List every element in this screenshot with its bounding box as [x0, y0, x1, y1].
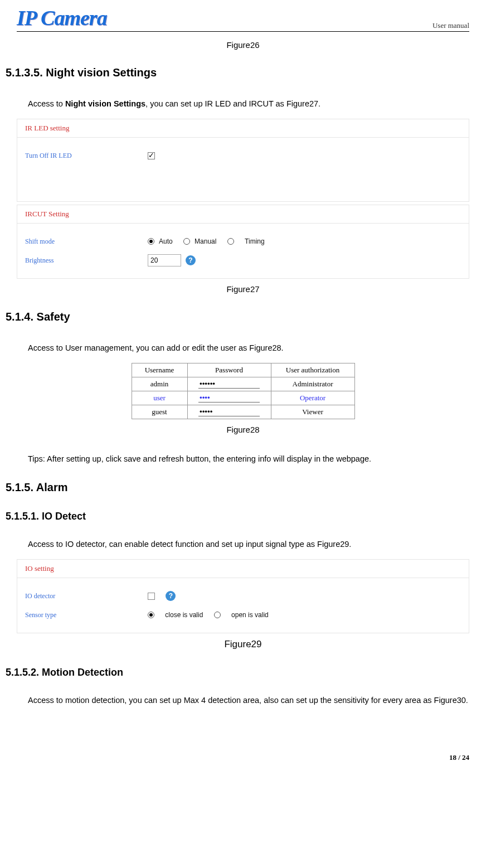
header-label: User manual [432, 21, 469, 30]
radio-auto-label: Auto [159, 237, 173, 245]
radio-auto[interactable] [148, 238, 154, 245]
cell-user-auth: Operator [271, 391, 354, 405]
heading-io-detect: 5.1.5.1. IO Detect [6, 511, 469, 522]
figure26-caption: Figure26 [17, 40, 469, 50]
text-bold: Night vision Settings [65, 99, 145, 108]
radio-manual-label: Manual [195, 237, 216, 245]
heading-alarm: 5.1.5. Alarm [6, 481, 469, 494]
th-username: Username [132, 363, 187, 377]
cell-admin-name: admin [132, 377, 187, 391]
help-icon[interactable]: ? [166, 591, 176, 601]
radio-open-valid-label: open is valid [231, 611, 269, 619]
cell-guest-auth: Viewer [271, 405, 354, 419]
io-intro: Access to IO detector, can enable detect… [28, 536, 469, 552]
panel-header: IR LED setting [17, 119, 469, 138]
safety-intro: Access to User management, you can add o… [28, 340, 469, 356]
checkbox-turn-off-ir[interactable] [148, 152, 155, 159]
user-table: Username Password User authorization adm… [132, 363, 355, 419]
figure27-caption: Figure27 [17, 284, 469, 294]
th-password: Password [187, 363, 271, 377]
safety-tips: Tips: After setting up, click save and r… [28, 451, 469, 467]
label-io-detector: IO detector [25, 592, 148, 600]
panel-header: IO setting [17, 560, 469, 578]
heading-motion-detection: 5.1.5.2. Motion Detection [6, 667, 469, 678]
radio-timing[interactable] [227, 238, 234, 245]
logo: IP Camera [17, 6, 107, 30]
night-vision-intro: Access to Night vision Settings, you can… [28, 96, 469, 112]
heading-night-vision: 5.1.3.5. Night vision Settings [6, 66, 469, 79]
page-header: IP Camera User manual [17, 6, 469, 32]
radio-close-valid[interactable] [148, 612, 154, 618]
radio-timing-label: Timing [245, 237, 265, 245]
motion-intro: Access to motion detection, you can set … [28, 692, 469, 709]
cell-user-name: user [132, 391, 187, 405]
brightness-input[interactable] [148, 254, 181, 266]
radio-open-valid[interactable] [214, 612, 221, 618]
radio-manual[interactable] [183, 238, 190, 245]
user-password-input[interactable] [198, 394, 260, 403]
text: Access to [28, 99, 65, 108]
panel-ir-led: IR LED setting Turn Off IR LED [17, 119, 469, 202]
figure28-caption: Figure28 [17, 425, 469, 434]
admin-password-input[interactable] [198, 380, 260, 389]
help-icon[interactable]: ? [186, 255, 196, 265]
th-auth: User authorization [271, 363, 354, 377]
guest-password-input[interactable] [198, 408, 260, 416]
panel-header: IRCUT Setting [17, 205, 469, 224]
label-brightness: Brightness [25, 256, 148, 265]
panel-io-setting: IO setting IO detector ? Sensor type clo… [17, 559, 469, 633]
checkbox-io-detector[interactable] [148, 593, 155, 600]
cell-guest-name: guest [132, 405, 187, 419]
radio-close-valid-label: close is valid [165, 611, 203, 619]
page-number: 18 / 24 [17, 753, 469, 762]
figure29-caption: Figure29 [17, 639, 469, 650]
cell-admin-auth: Administrator [271, 377, 354, 391]
label-turn-off-ir: Turn Off IR LED [25, 152, 148, 160]
label-shift-mode: Shift mode [25, 237, 148, 246]
panel-ircut: IRCUT Setting Shift mode Auto Manual Tim… [17, 205, 469, 279]
text: , you can set up IR LED and IRCUT as Fig… [145, 99, 320, 108]
heading-safety: 5.1.4. Safety [6, 311, 469, 323]
label-sensor-type: Sensor type [25, 611, 148, 619]
